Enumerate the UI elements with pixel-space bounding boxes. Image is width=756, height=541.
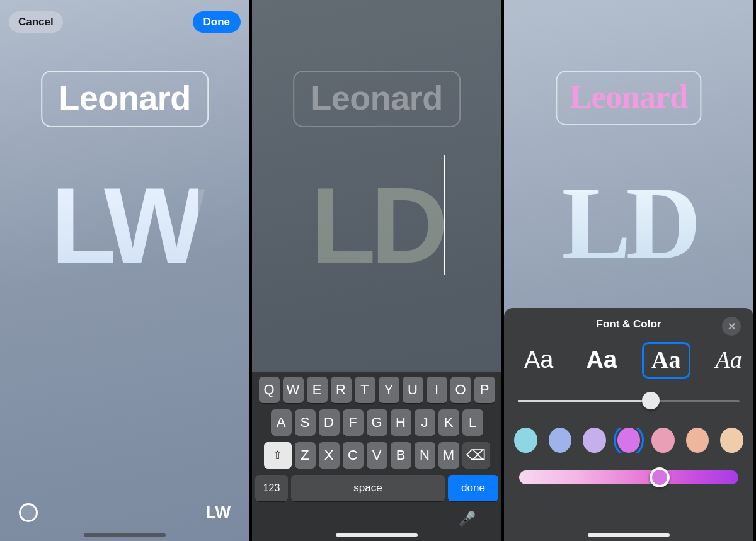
key-f[interactable]: F bbox=[343, 409, 364, 436]
monogram-preview: LW bbox=[0, 164, 249, 287]
color-swatch-5[interactable] bbox=[686, 428, 709, 453]
backspace-key[interactable]: ⌫ bbox=[462, 442, 490, 469]
monogram-large: LD bbox=[311, 166, 444, 285]
hue-thumb[interactable] bbox=[650, 467, 670, 487]
space-key[interactable]: space bbox=[291, 475, 445, 501]
key-t[interactable]: T bbox=[355, 377, 375, 403]
cancel-button[interactable]: Cancel bbox=[9, 11, 63, 33]
key-h[interactable]: H bbox=[391, 409, 411, 436]
name-text: Leonard bbox=[570, 78, 687, 115]
key-w[interactable]: W bbox=[283, 377, 304, 403]
key-r[interactable]: R bbox=[331, 377, 352, 403]
key-y[interactable]: Y bbox=[379, 377, 399, 403]
home-indicator bbox=[84, 533, 166, 537]
key-j[interactable]: J bbox=[415, 409, 435, 436]
key-c[interactable]: C bbox=[343, 442, 364, 469]
key-p[interactable]: P bbox=[474, 377, 495, 403]
keyboard: QWERTYUIOP ASDFGHJKL ⇧ ZXCVBNM ⌫ 123 spa… bbox=[252, 372, 501, 541]
monogram-editor-style: Leonard LD Font & Color ✕ AaAaAaAa bbox=[504, 0, 756, 541]
bottom-options: LW bbox=[0, 503, 249, 522]
font-option-3[interactable]: Aa bbox=[708, 344, 745, 377]
key-e[interactable]: E bbox=[307, 377, 328, 403]
key-x[interactable]: X bbox=[319, 442, 340, 469]
monogram-preview: LD bbox=[504, 164, 753, 283]
dictation-icon[interactable]: 🎤 bbox=[459, 511, 476, 527]
shift-key[interactable]: ⇧ bbox=[264, 442, 292, 469]
font-option-1[interactable]: Aa bbox=[578, 344, 624, 377]
monogram-editor-default: Cancel Done Leonard LW LW bbox=[0, 0, 252, 541]
monogram-large: LD bbox=[561, 166, 696, 281]
size-slider[interactable] bbox=[518, 395, 740, 407]
name-field[interactable]: Leonard bbox=[293, 71, 461, 127]
key-u[interactable]: U bbox=[403, 377, 423, 403]
name-field[interactable]: Leonard bbox=[556, 71, 701, 125]
pose-option-ring[interactable] bbox=[19, 503, 38, 522]
sheet-header: Font & Color ✕ bbox=[513, 318, 745, 331]
color-swatch-3[interactable] bbox=[617, 428, 641, 453]
key-n[interactable]: N bbox=[415, 442, 435, 469]
color-swatch-1[interactable] bbox=[549, 428, 572, 453]
color-swatch-2[interactable] bbox=[583, 428, 606, 453]
key-a[interactable]: A bbox=[271, 409, 292, 436]
key-s[interactable]: S bbox=[295, 409, 316, 436]
font-color-sheet: Font & Color ✕ AaAaAaAa bbox=[504, 308, 753, 541]
slider-thumb[interactable] bbox=[642, 392, 660, 409]
numbers-key[interactable]: 123 bbox=[255, 475, 288, 501]
color-swatch-6[interactable] bbox=[720, 428, 743, 453]
key-o[interactable]: O bbox=[450, 377, 471, 403]
sheet-title: Font & Color bbox=[597, 318, 662, 331]
home-indicator bbox=[588, 533, 670, 537]
key-v[interactable]: V bbox=[367, 442, 387, 469]
name-field[interactable]: Leonard bbox=[41, 71, 209, 127]
color-swatch-0[interactable] bbox=[514, 428, 537, 453]
monogram-preview[interactable]: LD bbox=[252, 164, 501, 287]
home-indicator bbox=[336, 533, 418, 537]
color-swatch-4[interactable] bbox=[651, 428, 675, 453]
key-i[interactable]: I bbox=[427, 377, 447, 403]
text-cursor bbox=[444, 155, 445, 275]
slider-fill bbox=[518, 400, 651, 402]
name-text: Leonard bbox=[59, 78, 191, 117]
topbar: Cancel Done bbox=[0, 0, 249, 33]
font-option-0[interactable]: Aa bbox=[517, 344, 561, 377]
font-option-2[interactable]: Aa bbox=[642, 342, 690, 379]
hue-slider[interactable] bbox=[519, 470, 738, 484]
key-z[interactable]: Z bbox=[295, 442, 316, 469]
key-m[interactable]: M bbox=[438, 442, 459, 469]
key-g[interactable]: G bbox=[367, 409, 387, 436]
font-options-row: AaAaAaAa bbox=[513, 342, 745, 379]
monogram-editor-typing: Leonard LD QWERTYUIOP ASDFGHJKL ⇧ ZXCVBN… bbox=[252, 0, 504, 541]
key-b[interactable]: B bbox=[391, 442, 411, 469]
key-d[interactable]: D bbox=[319, 409, 340, 436]
done-button[interactable]: Done bbox=[193, 11, 241, 33]
key-k[interactable]: K bbox=[438, 409, 459, 436]
key-l[interactable]: L bbox=[462, 409, 483, 436]
color-swatches-row bbox=[513, 428, 745, 453]
keyboard-done-key[interactable]: done bbox=[448, 475, 498, 501]
key-q[interactable]: Q bbox=[259, 377, 280, 403]
monogram-option-text[interactable]: LW bbox=[206, 503, 231, 522]
close-icon[interactable]: ✕ bbox=[722, 317, 741, 336]
monogram-large: LW bbox=[51, 166, 199, 285]
name-text: Leonard bbox=[311, 78, 443, 117]
